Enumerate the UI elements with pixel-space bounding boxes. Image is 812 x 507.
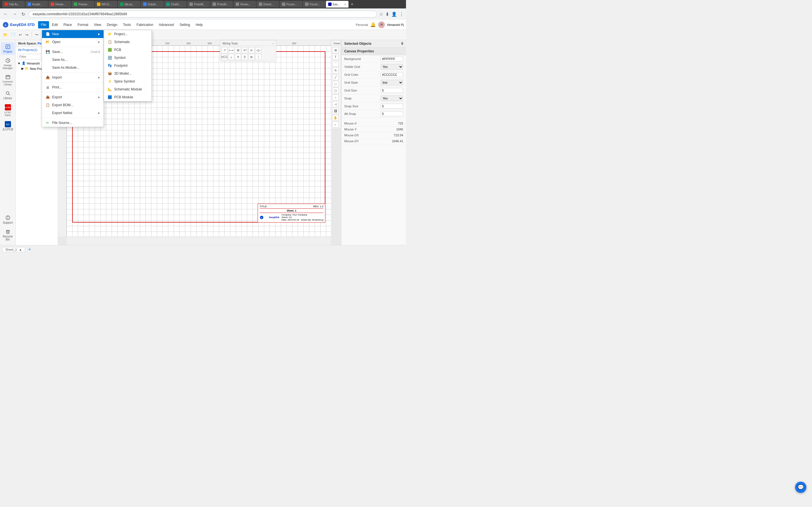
draw-select[interactable]: ⊞	[333, 47, 339, 53]
sidebar-item-support[interactable]: Support	[1, 213, 15, 226]
probe-tool[interactable]: ⚲	[242, 54, 248, 60]
menu-save-as[interactable]: Save As...	[42, 56, 103, 64]
refresh-button[interactable]: ↻	[20, 10, 26, 18]
sidebar-item-jlcpcb[interactable]: JLC JLCPCB	[1, 119, 15, 133]
prop-visible-grid-select[interactable]: Yes No	[380, 64, 403, 69]
vcc-tool[interactable]: VCC	[221, 54, 227, 60]
tab-himan2[interactable]: Himan...	[234, 1, 256, 8]
diff-pair-tool[interactable]: ⧉	[248, 54, 255, 60]
draw-arc[interactable]: ⌒	[333, 61, 339, 67]
menu-setting[interactable]: Setting	[177, 21, 193, 29]
menu-design[interactable]: Design	[104, 21, 120, 29]
sidebar-item-recycle-bin[interactable]: Recycle Bin	[1, 227, 15, 243]
menu-export-netlist[interactable]: Export Netlist	[42, 109, 103, 117]
submenu-symbol[interactable]: 🔣 Symbol	[104, 54, 151, 62]
draw-image[interactable]: 🖼	[333, 108, 339, 114]
junction-tool[interactable]: ⊞	[235, 47, 241, 53]
submenu-footprint[interactable]: 👣 Footprint	[104, 62, 151, 69]
menu-open[interactable]: 📂 Open	[42, 38, 103, 46]
tab-downl[interactable]: Downl...	[257, 1, 279, 8]
menu-save[interactable]: 💾 Save... Cmd+S	[42, 48, 103, 56]
draw-circle[interactable]: ○	[333, 94, 339, 101]
tab-easyeda[interactable]: Eas... ✕	[326, 1, 349, 8]
menu-fabrication[interactable]: Fabrication	[134, 21, 156, 29]
sidebar-item-design-manager[interactable]: Design Manager	[1, 56, 15, 71]
menu-file-source[interactable]: ✏ File Source...	[42, 119, 103, 127]
submenu-schematic-module[interactable]: 📐 Schematic Module	[104, 86, 151, 93]
url-bar[interactable]	[29, 11, 377, 17]
prop-snap-select[interactable]: Yes No	[380, 96, 403, 101]
submenu-schematic[interactable]: 📋 Schematic	[104, 38, 151, 46]
draw-hand[interactable]: ✋	[333, 115, 339, 121]
wiring-tools-collapse[interactable]: −	[272, 42, 274, 45]
sheet-tab-arrow[interactable]: ▲	[19, 248, 22, 251]
profile-icon[interactable]: 👤	[391, 11, 397, 17]
new-file-button[interactable]: 📄	[10, 32, 17, 38]
global-net-tool[interactable]: ⊳	[248, 47, 255, 53]
draw-text[interactable]: T	[333, 54, 339, 60]
submenu-3dmodel[interactable]: 📦 3D Model...	[104, 69, 151, 77]
menu-view[interactable]: View	[91, 21, 104, 29]
menu-edit[interactable]: Edit	[49, 21, 61, 29]
sidebar-item-project[interactable]: Project	[1, 42, 15, 55]
download-icon[interactable]: ⬇	[386, 11, 389, 17]
tab-w8el[interactable]: W8 El...	[95, 1, 117, 8]
tab-proto1[interactable]: ProtoM...	[187, 1, 210, 8]
x-tool[interactable]: ✕	[235, 54, 241, 60]
submenu-project[interactable]: 📁 Project...	[104, 30, 151, 38]
draw-rotate[interactable]: ↻	[333, 67, 339, 73]
tab-fab[interactable]: Fab Ac...	[2, 1, 25, 8]
tab-proto2[interactable]: ProtoM...	[210, 1, 233, 8]
draw-pentagon[interactable]: ⬠	[333, 88, 339, 94]
draw-corner[interactable]: ⌐	[333, 121, 339, 128]
menu-file[interactable]: File	[38, 21, 49, 29]
tab-forum1[interactable]: Forum...	[280, 1, 302, 8]
notification-icon[interactable]: 🔔	[370, 22, 376, 27]
menu-print[interactable]: 🖨 Print...	[42, 83, 103, 91]
menu-format[interactable]: Format	[75, 21, 91, 29]
wire-tool[interactable]: ↗	[221, 47, 227, 53]
add-sheet-button[interactable]: ＋	[28, 246, 32, 252]
menu-export[interactable]: 📤 Export	[42, 93, 103, 101]
menu-advanced[interactable]: Advanced	[156, 21, 177, 29]
prop-snap-size-input[interactable]	[380, 104, 403, 109]
prop-grid-color-input[interactable]	[380, 72, 403, 77]
bookmark-icon[interactable]: ☆	[379, 11, 383, 17]
draw-rect[interactable]: □	[333, 81, 339, 87]
menu-new[interactable]: 📄 New	[42, 30, 103, 38]
redo-button[interactable]: ↪	[24, 32, 30, 38]
tab-acade[interactable]: Acade...	[26, 1, 48, 8]
submenu-pcb-module[interactable]: 🟦 PCB Module	[104, 93, 151, 101]
menu-icon[interactable]: ⋮	[399, 11, 404, 17]
prop-grid-size-input[interactable]	[380, 88, 403, 93]
tab-substr[interactable]: Substr...	[141, 1, 163, 8]
menu-import[interactable]: 📥 Import	[42, 73, 103, 81]
label-tool[interactable]: 🏷	[242, 47, 248, 53]
sidebar-item-common-library[interactable]: Common Library	[1, 72, 15, 88]
bus-tool[interactable]: ⟼	[228, 47, 234, 53]
menu-place[interactable]: Place	[61, 21, 75, 29]
sidebar-item-lcsc[interactable]: LCSC LCSC Parts	[1, 103, 15, 118]
menu-help[interactable]: Help	[193, 21, 206, 29]
tab-forum2[interactable]: Forum...	[303, 1, 325, 8]
user-avatar[interactable]: H	[378, 21, 385, 28]
prop-grid-style-select[interactable]: line dot	[380, 80, 403, 86]
file-manager-button[interactable]: 📁	[2, 32, 9, 38]
sheet-tab[interactable]: Sheet_1 ▲	[2, 247, 25, 252]
cross-probe[interactable]: ◁▷	[255, 47, 261, 53]
menu-export-bom[interactable]: 📋 Export BOM...	[42, 101, 103, 109]
tab-fab2[interactable]: fab.ac...	[118, 1, 140, 8]
tab-himan[interactable]: Himan...	[49, 1, 71, 8]
new-tab-button[interactable]: +	[349, 2, 355, 7]
sidebar-item-library[interactable]: Library	[1, 89, 15, 101]
bus-entry-tool[interactable]: ⌶	[255, 54, 261, 60]
prop-background-input[interactable]	[380, 56, 403, 61]
tab-chatg[interactable]: ChatG...	[164, 1, 187, 8]
menu-tools[interactable]: Tools	[120, 21, 134, 29]
submenu-pcb[interactable]: 🟩 PCB	[104, 46, 151, 54]
back-button[interactable]: ←	[2, 10, 9, 18]
undo-button[interactable]: ↩	[17, 32, 23, 38]
menu-save-module[interactable]: Save As Module...	[42, 64, 103, 71]
prop-alt-snap-input[interactable]	[380, 111, 403, 116]
tool-wire[interactable]: 〜	[34, 32, 40, 38]
